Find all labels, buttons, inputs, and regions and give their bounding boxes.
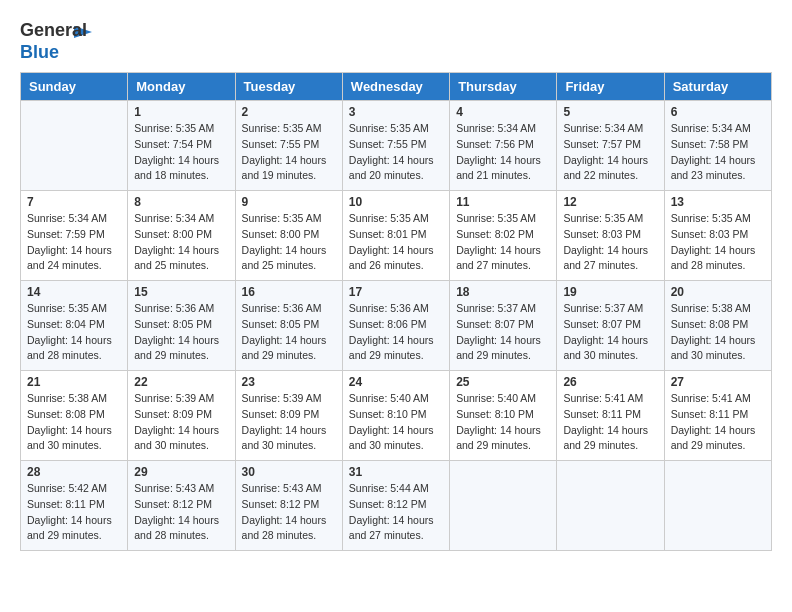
- calendar-cell: 27Sunrise: 5:41 AM Sunset: 8:11 PM Dayli…: [664, 371, 771, 461]
- calendar-cell: 14Sunrise: 5:35 AM Sunset: 8:04 PM Dayli…: [21, 281, 128, 371]
- header-row: SundayMondayTuesdayWednesdayThursdayFrid…: [21, 73, 772, 101]
- cell-content: Sunrise: 5:36 AM Sunset: 8:06 PM Dayligh…: [349, 301, 443, 364]
- day-number: 11: [456, 195, 550, 209]
- cell-content: Sunrise: 5:40 AM Sunset: 8:10 PM Dayligh…: [349, 391, 443, 454]
- cell-content: Sunrise: 5:38 AM Sunset: 8:08 PM Dayligh…: [671, 301, 765, 364]
- cell-content: Sunrise: 5:42 AM Sunset: 8:11 PM Dayligh…: [27, 481, 121, 544]
- cell-content: Sunrise: 5:34 AM Sunset: 7:56 PM Dayligh…: [456, 121, 550, 184]
- day-number: 7: [27, 195, 121, 209]
- day-number: 16: [242, 285, 336, 299]
- cell-content: Sunrise: 5:34 AM Sunset: 7:57 PM Dayligh…: [563, 121, 657, 184]
- cell-content: Sunrise: 5:36 AM Sunset: 8:05 PM Dayligh…: [242, 301, 336, 364]
- day-number: 25: [456, 375, 550, 389]
- calendar-cell: 23Sunrise: 5:39 AM Sunset: 8:09 PM Dayli…: [235, 371, 342, 461]
- calendar-cell: 28Sunrise: 5:42 AM Sunset: 8:11 PM Dayli…: [21, 461, 128, 551]
- calendar-cell: [664, 461, 771, 551]
- week-row-1: 1Sunrise: 5:35 AM Sunset: 7:54 PM Daylig…: [21, 101, 772, 191]
- calendar-cell: 8Sunrise: 5:34 AM Sunset: 8:00 PM Daylig…: [128, 191, 235, 281]
- column-header-monday: Monday: [128, 73, 235, 101]
- day-number: 14: [27, 285, 121, 299]
- day-number: 29: [134, 465, 228, 479]
- day-number: 23: [242, 375, 336, 389]
- logo-graphic: General Blue: [20, 20, 70, 62]
- day-number: 19: [563, 285, 657, 299]
- cell-content: Sunrise: 5:35 AM Sunset: 8:02 PM Dayligh…: [456, 211, 550, 274]
- day-number: 12: [563, 195, 657, 209]
- calendar-body: 1Sunrise: 5:35 AM Sunset: 7:54 PM Daylig…: [21, 101, 772, 551]
- calendar-cell: 25Sunrise: 5:40 AM Sunset: 8:10 PM Dayli…: [450, 371, 557, 461]
- calendar-cell: 11Sunrise: 5:35 AM Sunset: 8:02 PM Dayli…: [450, 191, 557, 281]
- cell-content: Sunrise: 5:34 AM Sunset: 7:58 PM Dayligh…: [671, 121, 765, 184]
- day-number: 8: [134, 195, 228, 209]
- logo-text-blue: Blue: [20, 42, 70, 64]
- day-number: 2: [242, 105, 336, 119]
- day-number: 1: [134, 105, 228, 119]
- day-number: 3: [349, 105, 443, 119]
- logo-container: General Blue: [20, 20, 94, 62]
- calendar-cell: 26Sunrise: 5:41 AM Sunset: 8:11 PM Dayli…: [557, 371, 664, 461]
- calendar-cell: 5Sunrise: 5:34 AM Sunset: 7:57 PM Daylig…: [557, 101, 664, 191]
- cell-content: Sunrise: 5:39 AM Sunset: 8:09 PM Dayligh…: [242, 391, 336, 454]
- cell-content: Sunrise: 5:34 AM Sunset: 7:59 PM Dayligh…: [27, 211, 121, 274]
- cell-content: Sunrise: 5:35 AM Sunset: 7:55 PM Dayligh…: [242, 121, 336, 184]
- column-header-sunday: Sunday: [21, 73, 128, 101]
- page-header: General Blue: [20, 20, 772, 62]
- column-header-wednesday: Wednesday: [342, 73, 449, 101]
- cell-content: Sunrise: 5:44 AM Sunset: 8:12 PM Dayligh…: [349, 481, 443, 544]
- calendar-cell: 10Sunrise: 5:35 AM Sunset: 8:01 PM Dayli…: [342, 191, 449, 281]
- calendar-cell: 4Sunrise: 5:34 AM Sunset: 7:56 PM Daylig…: [450, 101, 557, 191]
- cell-content: Sunrise: 5:36 AM Sunset: 8:05 PM Dayligh…: [134, 301, 228, 364]
- day-number: 5: [563, 105, 657, 119]
- calendar-cell: 20Sunrise: 5:38 AM Sunset: 8:08 PM Dayli…: [664, 281, 771, 371]
- cell-content: Sunrise: 5:43 AM Sunset: 8:12 PM Dayligh…: [134, 481, 228, 544]
- cell-content: Sunrise: 5:35 AM Sunset: 7:54 PM Dayligh…: [134, 121, 228, 184]
- cell-content: Sunrise: 5:37 AM Sunset: 8:07 PM Dayligh…: [563, 301, 657, 364]
- logo-text-general: General: [20, 20, 70, 42]
- cell-content: Sunrise: 5:35 AM Sunset: 8:00 PM Dayligh…: [242, 211, 336, 274]
- calendar-cell: [557, 461, 664, 551]
- column-header-saturday: Saturday: [664, 73, 771, 101]
- cell-content: Sunrise: 5:41 AM Sunset: 8:11 PM Dayligh…: [671, 391, 765, 454]
- day-number: 30: [242, 465, 336, 479]
- calendar-cell: 6Sunrise: 5:34 AM Sunset: 7:58 PM Daylig…: [664, 101, 771, 191]
- calendar-cell: 21Sunrise: 5:38 AM Sunset: 8:08 PM Dayli…: [21, 371, 128, 461]
- calendar-cell: [450, 461, 557, 551]
- calendar-cell: 18Sunrise: 5:37 AM Sunset: 8:07 PM Dayli…: [450, 281, 557, 371]
- cell-content: Sunrise: 5:39 AM Sunset: 8:09 PM Dayligh…: [134, 391, 228, 454]
- calendar-cell: 3Sunrise: 5:35 AM Sunset: 7:55 PM Daylig…: [342, 101, 449, 191]
- calendar-cell: 31Sunrise: 5:44 AM Sunset: 8:12 PM Dayli…: [342, 461, 449, 551]
- calendar-table: SundayMondayTuesdayWednesdayThursdayFrid…: [20, 72, 772, 551]
- calendar-cell: 15Sunrise: 5:36 AM Sunset: 8:05 PM Dayli…: [128, 281, 235, 371]
- day-number: 15: [134, 285, 228, 299]
- calendar-cell: 16Sunrise: 5:36 AM Sunset: 8:05 PM Dayli…: [235, 281, 342, 371]
- day-number: 17: [349, 285, 443, 299]
- calendar-cell: [21, 101, 128, 191]
- day-number: 9: [242, 195, 336, 209]
- calendar-cell: 30Sunrise: 5:43 AM Sunset: 8:12 PM Dayli…: [235, 461, 342, 551]
- day-number: 21: [27, 375, 121, 389]
- day-number: 27: [671, 375, 765, 389]
- day-number: 20: [671, 285, 765, 299]
- calendar-cell: 24Sunrise: 5:40 AM Sunset: 8:10 PM Dayli…: [342, 371, 449, 461]
- week-row-4: 21Sunrise: 5:38 AM Sunset: 8:08 PM Dayli…: [21, 371, 772, 461]
- calendar-cell: 7Sunrise: 5:34 AM Sunset: 7:59 PM Daylig…: [21, 191, 128, 281]
- logo: General Blue: [20, 20, 94, 62]
- week-row-2: 7Sunrise: 5:34 AM Sunset: 7:59 PM Daylig…: [21, 191, 772, 281]
- day-number: 26: [563, 375, 657, 389]
- day-number: 4: [456, 105, 550, 119]
- cell-content: Sunrise: 5:35 AM Sunset: 8:01 PM Dayligh…: [349, 211, 443, 274]
- calendar-cell: 19Sunrise: 5:37 AM Sunset: 8:07 PM Dayli…: [557, 281, 664, 371]
- day-number: 22: [134, 375, 228, 389]
- day-number: 31: [349, 465, 443, 479]
- day-number: 13: [671, 195, 765, 209]
- column-header-friday: Friday: [557, 73, 664, 101]
- calendar-cell: 13Sunrise: 5:35 AM Sunset: 8:03 PM Dayli…: [664, 191, 771, 281]
- cell-content: Sunrise: 5:41 AM Sunset: 8:11 PM Dayligh…: [563, 391, 657, 454]
- calendar-cell: 1Sunrise: 5:35 AM Sunset: 7:54 PM Daylig…: [128, 101, 235, 191]
- cell-content: Sunrise: 5:43 AM Sunset: 8:12 PM Dayligh…: [242, 481, 336, 544]
- calendar-cell: 12Sunrise: 5:35 AM Sunset: 8:03 PM Dayli…: [557, 191, 664, 281]
- day-number: 10: [349, 195, 443, 209]
- cell-content: Sunrise: 5:34 AM Sunset: 8:00 PM Dayligh…: [134, 211, 228, 274]
- cell-content: Sunrise: 5:35 AM Sunset: 8:03 PM Dayligh…: [563, 211, 657, 274]
- calendar-cell: 29Sunrise: 5:43 AM Sunset: 8:12 PM Dayli…: [128, 461, 235, 551]
